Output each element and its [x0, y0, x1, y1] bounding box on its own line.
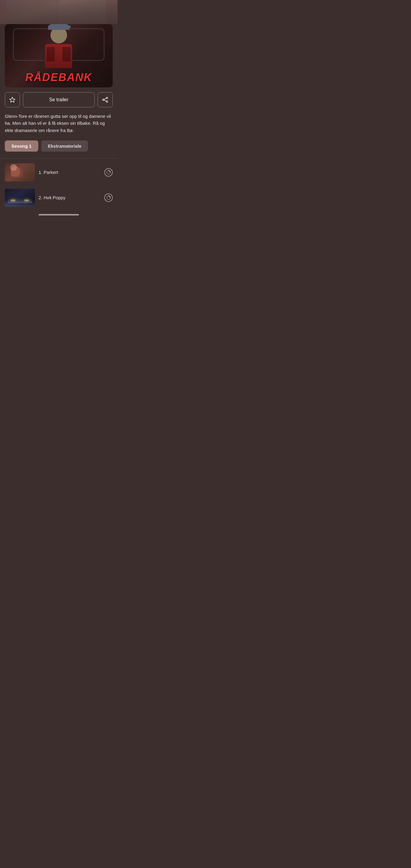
show-poster: RÅDEBANK — [5, 24, 113, 87]
progress-circle-icon — [106, 195, 111, 200]
episode-2-progress — [104, 193, 113, 202]
tab-extras[interactable]: Ekstramateriale — [41, 141, 88, 152]
episode-1-title: 1. Parkert — [38, 170, 58, 175]
episode-2-info: 2. Hvit Poppy — [38, 195, 101, 200]
progress-circle-icon — [106, 170, 111, 175]
episode-1-info: 1. Parkert — [38, 170, 101, 175]
episode-item[interactable]: 2. Hvit Poppy — [0, 185, 118, 210]
action-buttons: Se trailer — [5, 92, 113, 107]
share-icon — [102, 96, 108, 103]
episode-1-thumbnail — [5, 163, 35, 181]
home-indicator — [38, 214, 79, 216]
episode-item[interactable]: 1. Parkert — [0, 160, 118, 185]
season-tabs: Sesong 1 Ekstramateriale — [5, 141, 113, 152]
episode-2-thumbnail — [5, 189, 35, 207]
tab-season-1[interactable]: Sesong 1 — [5, 141, 38, 152]
watchlist-button[interactable] — [5, 92, 20, 107]
svg-point-4 — [103, 99, 104, 101]
episode-1-progress — [104, 168, 113, 177]
episode-2-title: 2. Hvit Poppy — [38, 195, 65, 200]
episode-list: 1. Parkert 2. Hvit Poppy — [0, 158, 118, 210]
svg-point-2 — [106, 97, 108, 99]
svg-point-3 — [106, 101, 108, 102]
star-icon — [9, 96, 16, 103]
show-logo: RÅDEBANK — [25, 71, 92, 84]
share-button[interactable] — [98, 92, 113, 107]
trailer-button[interactable]: Se trailer — [23, 92, 95, 107]
show-description: Glenn-Tore er råneren gutta ser opp til … — [5, 113, 113, 134]
